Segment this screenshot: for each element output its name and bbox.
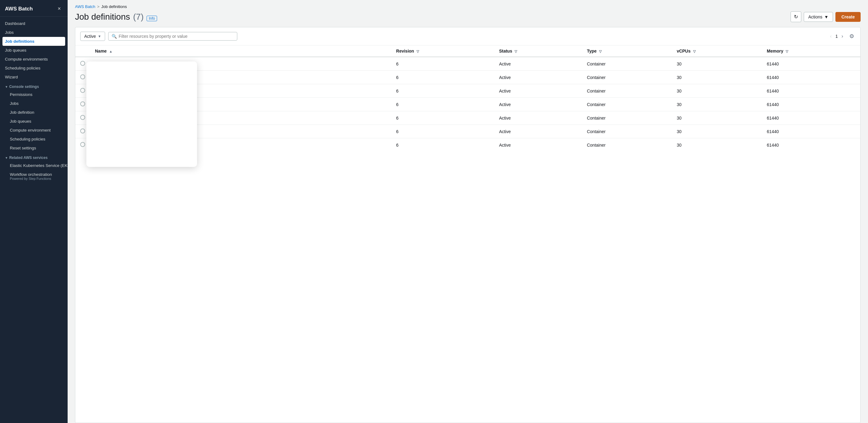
row-name-link[interactable]: OvertureTilesJobadminsC-ae254e7270f95e4 [95,75,181,80]
console-settings-label: Console settings [9,85,39,89]
row-name-link[interactable]: OvertureTilesJobbuildin-7e4d659c034762f [95,102,176,107]
status-filter-arrow: ▼ [98,34,101,38]
row-radio-button[interactable] [80,115,85,120]
row-name-link[interactable]: OvertureTilesJobdivisio-32c0aff6c1f872c [95,116,173,121]
sidebar-item-eks[interactable]: Elastic Kubernetes Service (EKS) [5,161,68,170]
table-panel: Active ▼ 🔍 ‹ 1 › ⚙ [75,27,861,423]
row-vcpus-cell: 30 [672,71,762,84]
row-status-cell: Active [494,111,582,125]
sidebar-item-dashboard[interactable]: Dashboard [0,19,68,28]
console-settings-header[interactable]: ▼ Console settings [0,82,68,90]
row-revision-cell: 6 [391,138,494,152]
th-name[interactable]: Name ▲ [90,46,391,57]
table-toolbar: Active ▼ 🔍 ‹ 1 › ⚙ [75,27,860,46]
breadcrumb: AWS Batch > Job definitions [68,0,868,9]
row-memory-cell: 61440 [762,138,860,152]
sidebar-item-label: Elastic Kubernetes Service (EKS) [10,163,68,168]
th-type[interactable]: Type ▽ [582,46,672,57]
row-type-cell: Container [582,57,672,71]
sidebar-item-compute-environments[interactable]: Compute environments [0,55,68,64]
row-type-cell: Container [582,111,672,125]
sidebar-item-label: Job queues [10,119,31,124]
row-memory-cell: 61440 [762,84,860,98]
row-radio-button[interactable] [80,142,85,147]
sidebar-item-job-queues-settings[interactable]: Job queues [5,117,68,126]
row-radio-button[interactable] [80,74,85,79]
th-status-label: Status [499,49,513,54]
row-name-link[interactable]: OvertureTilesJobaddress-399b72e420dee59 [95,61,180,66]
search-input[interactable] [119,34,234,39]
breadcrumb-separator: > [97,4,100,9]
sidebar-item-workflow[interactable]: Workflow orchestration Powered by Step F… [5,170,68,183]
row-memory-cell: 61440 [762,71,860,84]
row-vcpus-cell: 30 [672,84,762,98]
th-status[interactable]: Status ▽ [494,46,582,57]
th-memory[interactable]: Memory ▽ [762,46,860,57]
table-row: OvertureTilesJobtranspo-5fa39e9402da2446… [75,138,860,152]
row-revision-cell: 6 [391,111,494,125]
row-type-cell: Container [582,98,672,111]
row-type-cell: Container [582,138,672,152]
row-status-cell: Active [494,84,582,98]
create-button[interactable]: Create [835,12,861,22]
sidebar-item-scheduling-policies[interactable]: Scheduling policies [0,64,68,72]
related-services-arrow: ▼ [5,156,8,159]
sidebar-item-scheduling-policies-settings[interactable]: Scheduling policies [5,134,68,144]
sidebar-title: AWS Batch [5,6,33,12]
row-name-link[interactable]: OvertureTilesJobtranspo-5fa39e9402da244 [95,143,178,148]
status-filter-dropdown[interactable]: Active ▼ [80,32,105,41]
next-page-button[interactable]: › [839,32,845,40]
row-vcpus-cell: 30 [672,98,762,111]
row-vcpus-cell: 30 [672,111,762,125]
actions-button[interactable]: Actions ▼ [804,12,833,22]
prev-page-button[interactable]: ‹ [828,32,834,40]
table-wrapper: Name ▲ Revision ▽ Status ▽ Type [75,46,860,423]
refresh-button[interactable]: ↻ [790,11,801,22]
status-sort-icon: ▽ [515,50,517,53]
row-select-cell [75,71,90,84]
th-revision[interactable]: Revision ▽ [391,46,494,57]
table-header: Name ▲ Revision ▽ Status ▽ Type [75,46,860,57]
breadcrumb-parent[interactable]: AWS Batch [75,4,95,9]
row-radio-button[interactable] [80,128,85,133]
search-box[interactable]: 🔍 [108,32,237,40]
row-name-link[interactable]: OvertureTilesJobbase020-0cd0fdd5bf89efb [95,89,178,93]
th-vcpus[interactable]: vCPUs ▽ [672,46,762,57]
sidebar-close-button[interactable]: × [56,5,63,12]
related-services-header[interactable]: ▼ Related AWS services [0,152,68,161]
sidebar-item-job-definitions[interactable]: Job definitions [2,37,65,46]
sidebar-item-wizard[interactable]: Wizard [0,72,68,82]
sidebar-item-job-queues[interactable]: Job queues [0,46,68,55]
related-services-section: Elastic Kubernetes Service (EKS) Workflo… [0,161,68,183]
related-services-label: Related AWS services [9,156,48,160]
row-status-cell: Active [494,125,582,138]
sidebar-item-reset-settings[interactable]: Reset settings [5,144,68,152]
table-settings-button[interactable]: ⚙ [848,32,856,41]
table-row: OvertureTilesJobdivisio-32c0aff6c1f872c6… [75,111,860,125]
pagination: ‹ 1 › [828,32,845,40]
row-radio-button[interactable] [80,101,85,107]
row-radio-button[interactable] [80,61,85,66]
sidebar-item-sublabel: Powered by Step Functions [10,177,63,180]
sidebar-item-label: Jobs [5,30,14,35]
sidebar-item-job-definition-settings[interactable]: Job definition [5,108,68,117]
row-select-cell [75,138,90,152]
row-name-link[interactable]: OvertureTilesJobplacesB-dd946cb9acd9cb5 [95,129,180,134]
row-memory-cell: 61440 [762,57,860,71]
sidebar-item-jobs[interactable]: Jobs [0,28,68,37]
vcpus-sort-icon: ▽ [693,50,695,53]
info-badge[interactable]: Info [147,16,157,21]
sidebar-item-compute-env-settings[interactable]: Compute environment [5,126,68,134]
name-sort-icon: ▲ [109,50,113,53]
row-revision-cell: 6 [391,57,494,71]
sidebar-item-jobs-settings[interactable]: Jobs [5,99,68,108]
row-radio-button[interactable] [80,88,85,93]
row-revision-cell: 6 [391,71,494,84]
row-name-cell: OvertureTilesJobadminsC-ae254e7270f95e4 [90,71,391,84]
page-count: (7) [133,12,144,22]
main-content: AWS Batch > Job definitions Job definiti… [68,0,868,423]
sidebar-item-permissions[interactable]: Permissions [5,90,68,99]
memory-sort-icon: ▽ [786,50,788,53]
actions-label: Actions [808,14,823,19]
refresh-icon: ↻ [794,14,798,19]
